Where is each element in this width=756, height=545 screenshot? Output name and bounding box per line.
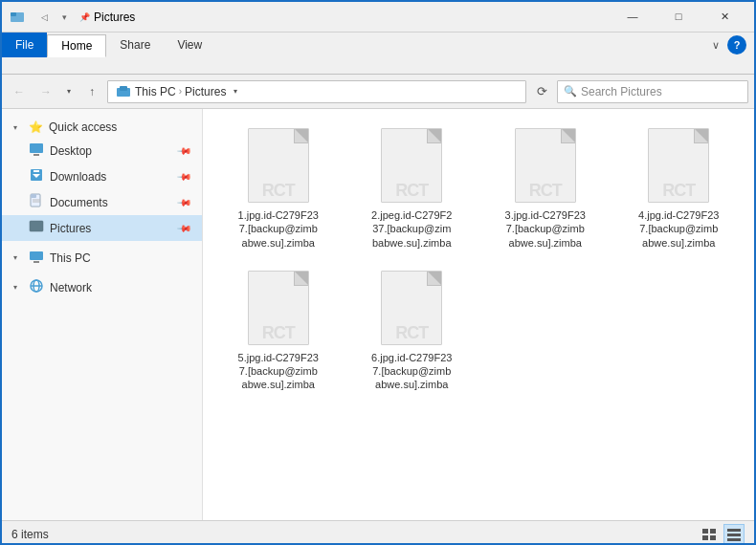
watermark: RCT bbox=[378, 323, 445, 343]
documents-pin-icon: 📌 bbox=[177, 194, 192, 209]
list-view-button[interactable] bbox=[699, 524, 720, 545]
this-pc-icon bbox=[116, 84, 131, 99]
file-icon: RCT bbox=[245, 271, 312, 347]
file-icon: RCT bbox=[245, 128, 312, 205]
file-name: 3.jpg.id-C279F23 7.[backup@zimb abwe.su]… bbox=[502, 208, 589, 250]
desktop-pin-icon: 📌 bbox=[177, 142, 192, 158]
status-bar: 6 items bbox=[2, 520, 754, 545]
ribbon-expand-button[interactable]: ∨ bbox=[708, 37, 723, 54]
files-grid: RCT1.jpg.id-C279F23 7.[backup@zimb abwe.… bbox=[212, 119, 745, 402]
file-item[interactable]: RCT6.jpg.id-C279F23 7.[backup@zimb abwe.… bbox=[350, 265, 475, 398]
file-item[interactable]: RCT4.jpg.id-C279F23 7.[backup@zimb abwe.… bbox=[617, 122, 742, 255]
downloads-pin-icon: 📌 bbox=[177, 168, 192, 184]
svg-rect-8 bbox=[33, 170, 39, 172]
svg-rect-1 bbox=[11, 12, 16, 16]
this-pc-header[interactable]: ▾ This PC bbox=[2, 245, 202, 271]
window-title: Pictures bbox=[94, 11, 611, 24]
path-dropdown[interactable]: ▾ bbox=[226, 80, 245, 103]
address-bar: ← → ▾ ↑ This PC › Pictures ▾ ⟳ 🔍 Search … bbox=[2, 75, 754, 109]
tab-pin-btn[interactable]: 📌 bbox=[75, 8, 94, 27]
refresh-button[interactable]: ⟳ bbox=[530, 80, 553, 103]
back-button[interactable]: ← bbox=[8, 80, 31, 103]
watermark: RCT bbox=[378, 181, 445, 201]
this-pc-label: This PC bbox=[50, 251, 91, 265]
forward-button[interactable]: → bbox=[34, 80, 57, 103]
sidebar-item-documents[interactable]: Documents 📌 bbox=[2, 189, 202, 215]
quick-access-icon: ⭐ bbox=[29, 120, 43, 134]
file-item[interactable]: RCT1.jpg.id-C279F23 7.[backup@zimb abwe.… bbox=[216, 122, 341, 255]
path-sep-1: › bbox=[179, 86, 182, 97]
file-icon: RCT bbox=[378, 271, 445, 347]
svg-rect-24 bbox=[727, 529, 741, 532]
file-item[interactable]: RCT2.jpeg.id-C279F2 37.[backup@zim babwe… bbox=[350, 122, 475, 255]
documents-icon bbox=[29, 193, 44, 211]
tab-share[interactable]: Share bbox=[106, 33, 164, 57]
svg-rect-25 bbox=[727, 534, 741, 536]
quick-access-section: ▾ ⭐ Quick access Desktop 📌 Downloads 📌 bbox=[2, 117, 202, 241]
file-name: 2.jpeg.id-C279F2 37.[backup@zim babwe.su… bbox=[368, 208, 455, 250]
file-item[interactable]: RCT3.jpg.id-C279F23 7.[backup@zimb abwe.… bbox=[483, 122, 608, 255]
file-name: 5.jpg.id-C279F23 7.[backup@zimb abwe.su]… bbox=[235, 351, 322, 392]
search-icon: 🔍 bbox=[564, 85, 577, 98]
svg-rect-22 bbox=[702, 535, 708, 540]
app-icon bbox=[10, 10, 25, 25]
file-icon: RCT bbox=[378, 128, 445, 205]
ribbon: File Home Share View ∨ ? bbox=[2, 33, 754, 75]
svg-rect-23 bbox=[710, 535, 716, 540]
window-controls: — □ ✕ bbox=[611, 2, 746, 32]
help-button[interactable]: ? bbox=[727, 35, 746, 54]
this-pc-section: ▾ This PC bbox=[2, 245, 202, 271]
pictures-icon bbox=[29, 219, 44, 237]
svg-rect-20 bbox=[702, 529, 708, 534]
nav-history-dropdown[interactable]: ▾ bbox=[61, 80, 77, 103]
sidebar-item-pictures[interactable]: Pictures 📌 bbox=[2, 215, 202, 241]
tile-view-button[interactable] bbox=[723, 524, 745, 545]
ribbon-help-area: ∨ ? bbox=[708, 33, 754, 57]
ribbon-tab-bar: File Home Share View ∨ ? bbox=[2, 33, 754, 57]
svg-rect-3 bbox=[120, 86, 127, 91]
sidebar: ▾ ⭐ Quick access Desktop 📌 Downloads 📌 bbox=[2, 109, 203, 520]
search-placeholder: Search Pictures bbox=[581, 85, 662, 98]
path-this-pc: This PC bbox=[135, 85, 176, 98]
svg-rect-26 bbox=[727, 538, 741, 541]
file-name: 1.jpg.id-C279F23 7.[backup@zimb abwe.su]… bbox=[235, 208, 322, 250]
desktop-icon bbox=[29, 142, 44, 160]
file-area: RCT1.jpg.id-C279F23 7.[backup@zimb abwe.… bbox=[203, 109, 754, 520]
ribbon-content bbox=[2, 57, 754, 75]
svg-rect-15 bbox=[30, 251, 43, 260]
main-content: ▾ ⭐ Quick access Desktop 📌 Downloads 📌 bbox=[2, 109, 754, 520]
sidebar-item-downloads[interactable]: Downloads 📌 bbox=[2, 164, 202, 189]
desktop-label: Desktop bbox=[50, 144, 92, 158]
list-view-icon bbox=[701, 527, 717, 542]
this-pc-arrow: ▾ bbox=[13, 253, 23, 262]
quick-access-arrow: ▾ bbox=[13, 123, 23, 132]
close-button[interactable]: ✕ bbox=[702, 1, 746, 32]
up-button[interactable]: ↑ bbox=[80, 80, 103, 103]
watermark: RCT bbox=[245, 181, 312, 201]
quick-access-header[interactable]: ▾ ⭐ Quick access bbox=[2, 117, 202, 138]
tab-dropdown-btn[interactable]: ▾ bbox=[55, 8, 74, 27]
address-path[interactable]: This PC › Pictures ▾ bbox=[107, 80, 526, 103]
this-pc-icon bbox=[29, 249, 44, 267]
tab-home[interactable]: Home bbox=[47, 34, 106, 57]
watermark: RCT bbox=[245, 323, 312, 343]
sidebar-item-desktop[interactable]: Desktop 📌 bbox=[2, 138, 202, 164]
pictures-pin-icon: 📌 bbox=[177, 220, 192, 235]
quick-access-label: Quick access bbox=[49, 120, 117, 134]
svg-rect-10 bbox=[31, 194, 36, 198]
svg-rect-4 bbox=[30, 143, 43, 153]
pictures-label: Pictures bbox=[50, 222, 91, 235]
title-bar: ◁ ▾ 📌 Pictures — □ ✕ bbox=[2, 2, 754, 33]
search-box[interactable]: 🔍 Search Pictures bbox=[557, 80, 748, 103]
network-arrow: ▾ bbox=[13, 283, 23, 292]
file-item[interactable]: RCT5.jpg.id-C279F23 7.[backup@zimb abwe.… bbox=[216, 265, 341, 398]
item-count: 6 items bbox=[11, 528, 49, 541]
tab-file[interactable]: File bbox=[2, 33, 47, 57]
tab-view[interactable]: View bbox=[164, 33, 215, 57]
network-label: Network bbox=[50, 281, 92, 294]
tab-back-btn[interactable]: ◁ bbox=[34, 8, 54, 27]
svg-rect-16 bbox=[33, 261, 39, 263]
minimize-button[interactable]: — bbox=[611, 1, 655, 32]
network-header[interactable]: ▾ Network bbox=[2, 274, 202, 300]
maximize-button[interactable]: □ bbox=[656, 1, 700, 32]
